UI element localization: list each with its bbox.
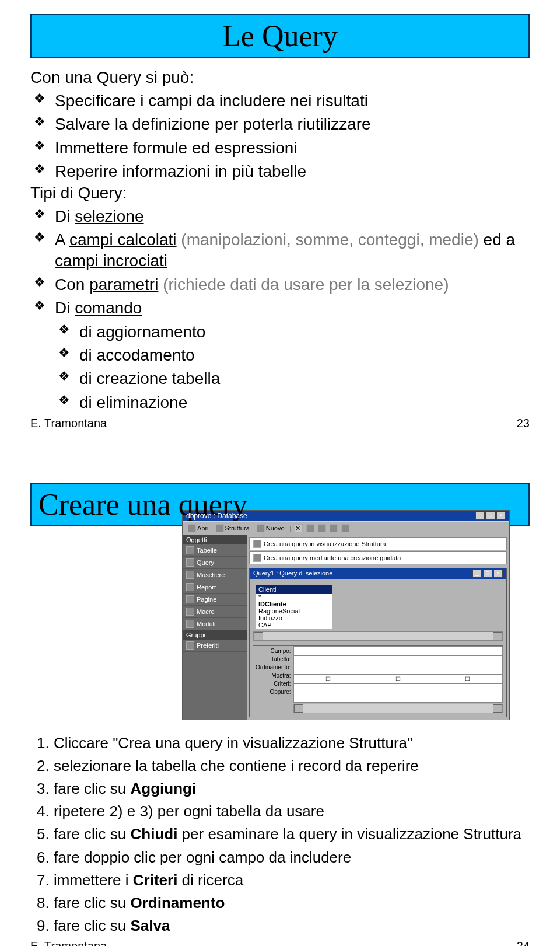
list-item: A campi calcolati (manipolazioni, somme,… [30, 228, 530, 273]
query-grid: Campo: Tabella: Ordinamento: Mostra: Cri… [253, 645, 503, 713]
list-item: Di selezione [30, 205, 530, 228]
command-sublist: di aggiornamento di accodamento di creaz… [30, 320, 530, 415]
footer-author: E. Tramontana [30, 417, 107, 430]
access-database-window: dbprove : Database _ □ × Apri Struttura … [182, 510, 510, 720]
macro-icon [186, 608, 194, 616]
view-large-icon[interactable] [306, 524, 314, 532]
sidebar-item-tabelle[interactable]: Tabelle [183, 544, 247, 557]
list-item: Di comando [30, 296, 530, 320]
minimize-button[interactable]: _ [475, 512, 485, 520]
maximize-button[interactable]: □ [483, 570, 492, 578]
list-item: Salvare la definizione per poterla riuti… [30, 113, 530, 136]
inner-window-buttons: _ □ × [473, 570, 503, 578]
list-item: di creazione tabella [30, 367, 530, 390]
sidebar-header: Oggetti [183, 535, 247, 544]
list-item: di accodamento [30, 344, 530, 367]
view-small-icon[interactable] [318, 524, 326, 532]
field-list-title: Clienti [256, 585, 332, 594]
horizontal-scrollbar[interactable] [253, 631, 503, 641]
horizontal-scrollbar[interactable] [293, 704, 503, 713]
field-item[interactable]: IDCliente [256, 601, 332, 608]
wizard-icon [253, 540, 261, 548]
close-button[interactable]: × [494, 570, 503, 578]
list-item: Specificare i campi da includere nei ris… [30, 89, 530, 113]
sidebar: Oggetti Tabelle Query Maschere Report Pa… [183, 535, 247, 720]
design-button[interactable]: Struttura [214, 523, 251, 533]
sidebar-item-query[interactable]: Query [183, 557, 247, 569]
window-titlebar: dbprove : Database _ □ × [183, 511, 509, 521]
content-pane: Crea una query in visualizzazione Strutt… [247, 535, 509, 720]
maximize-button[interactable]: □ [486, 512, 495, 520]
list-item: di eliminazione [30, 391, 530, 414]
step-item: immettere i Criteri di ricerca [54, 869, 530, 892]
step-item: fare clic su Chiudi per esaminare la que… [54, 823, 530, 846]
window-buttons: _ □ × [475, 512, 506, 520]
close-button[interactable]: × [496, 512, 506, 520]
field-item[interactable]: CAP [256, 622, 332, 629]
open-button[interactable]: Apri [186, 523, 211, 533]
slide-footer: E. Tramontana 24 [30, 937, 530, 946]
sidebar-item-report[interactable]: Report [183, 581, 247, 594]
field-item[interactable]: * [256, 594, 332, 601]
slide-2: Creare una query dbprove : Database _ □ … [0, 448, 560, 946]
footer-author: E. Tramontana [30, 940, 107, 946]
design-icon [216, 524, 224, 532]
query-icon [186, 558, 194, 567]
view-details-icon[interactable] [341, 524, 349, 532]
toolbar: Apri Struttura Nuovo | ✕ [183, 521, 509, 535]
sidebar-item-preferiti[interactable]: Preferiti [183, 640, 247, 652]
field-item[interactable]: Indirizzo [256, 615, 332, 622]
sidebar-item-pagine[interactable]: Pagine [183, 594, 247, 606]
form-icon [186, 571, 194, 579]
new-button[interactable]: Nuovo [255, 523, 286, 533]
create-query-wizard-option[interactable]: Crea una query mediante una creazione gu… [249, 551, 507, 564]
capabilities-list: Specificare i campi da includere nei ris… [30, 89, 530, 184]
intro-text-2: Tipi di Query: [30, 184, 530, 203]
list-item: Reperire informazioni in più tabelle [30, 160, 530, 183]
step-item: selezionare la tabella che contiene i re… [54, 755, 530, 777]
sidebar-item-moduli[interactable]: Moduli [183, 618, 247, 630]
list-item: Con parametri (richiede dati da usare pe… [30, 273, 530, 296]
sidebar-item-macro[interactable]: Macro [183, 606, 247, 618]
view-list-icon[interactable] [330, 524, 338, 532]
list-item: di aggiornamento [30, 320, 530, 344]
step-item: fare doppio clic per ogni campo da inclu… [54, 846, 530, 869]
sidebar-group-gruppi: Gruppi [183, 630, 247, 640]
step-item: ripetere 2) e 3) per ogni tabella da usa… [54, 800, 530, 823]
module-icon [186, 620, 194, 628]
sidebar-item-maschere[interactable]: Maschere [183, 569, 247, 581]
step-item: fare clic su Salva [54, 914, 530, 937]
field-list[interactable]: Clienti * IDCliente RagioneSocial Indiri… [256, 585, 332, 629]
field-item[interactable]: RagioneSocial [256, 608, 332, 615]
open-icon [188, 524, 196, 532]
wizard-icon [253, 554, 261, 562]
step-item: Cliccare "Crea una query in visualizzazi… [54, 732, 530, 755]
step-item: fare clic su Aggiungi [54, 777, 530, 800]
grid-cells[interactable]: ☐☐☐ [293, 646, 503, 713]
create-query-design-option[interactable]: Crea una query in visualizzazione Strutt… [249, 537, 507, 550]
grid-row-labels: Campo: Tabella: Ordinamento: Mostra: Cri… [253, 646, 293, 713]
table-icon [186, 546, 194, 554]
footer-page: 23 [517, 417, 530, 430]
slide-title: Le Query [30, 14, 530, 58]
page-icon [186, 595, 194, 603]
minimize-button[interactable]: _ [473, 570, 482, 578]
inner-window-title: Query1 : Query di selezione [253, 570, 332, 578]
delete-icon[interactable]: ✕ [295, 524, 303, 532]
new-icon [257, 524, 265, 532]
slide-1: Le Query Con una Query si può: Specifica… [0, 0, 560, 448]
query-design-window: Query1 : Query di selezione _ □ × Client… [249, 568, 507, 717]
slide-footer: E. Tramontana 23 [30, 414, 530, 430]
window-title: dbprove : Database [186, 512, 247, 520]
list-item: Immettere formule ed espressioni [30, 137, 530, 160]
steps-list: Cliccare "Crea una query in visualizzazi… [30, 732, 530, 937]
step-item: fare clic su Ordinamento [54, 892, 530, 914]
favorites-icon [186, 641, 194, 650]
report-icon [186, 583, 194, 591]
footer-page: 24 [517, 940, 530, 946]
intro-text: Con una Query si può: [30, 68, 530, 87]
query-types-list: Di selezione A campi calcolati (manipola… [30, 205, 530, 320]
